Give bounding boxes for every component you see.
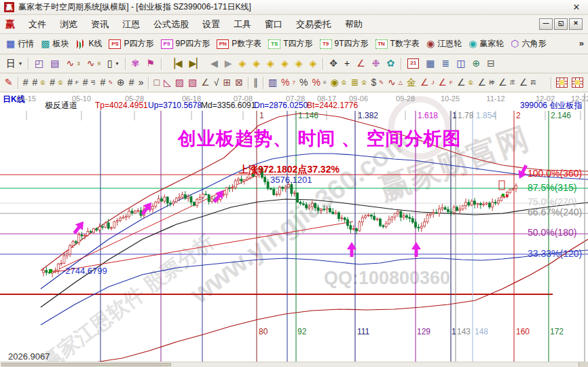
period-daily-icon: 日 xyxy=(6,58,16,69)
shen-angle-button[interactable]: ∠神 xyxy=(476,77,497,88)
chart-large-button[interactable]: ∿9 xyxy=(84,58,104,69)
last-page-button[interactable]: ▶▏ xyxy=(185,58,207,69)
window-close-button[interactable]: ✕ xyxy=(569,2,584,12)
t-square-button[interactable]: TST四方形 xyxy=(265,37,316,50)
magnet-tool-button[interactable]: ❉ xyxy=(369,58,384,69)
horizontal-scrollbar[interactable] xyxy=(0,362,588,367)
cycle-diamond-x-button[interactable]: ◈ xyxy=(278,58,292,69)
gann-grid-f-button[interactable]: #F xyxy=(65,77,81,88)
winner-wheel-button[interactable]: ◉赢家轮 xyxy=(465,37,507,50)
pattern-tool-button[interactable]: ✾ xyxy=(128,58,143,69)
p-square-button[interactable]: PSP四方形 xyxy=(105,37,157,50)
sectors-button[interactable]: ▩板块 xyxy=(37,37,72,50)
pct-lines-button[interactable]: %≡ xyxy=(310,77,328,88)
grid-box-2-button[interactable]: ⊠ xyxy=(233,77,245,88)
gann-box-yellow-1-button[interactable] xyxy=(554,77,570,88)
prev-bar-button[interactable]: ◀ xyxy=(207,58,221,69)
first-page-button[interactable]: ▕◀ xyxy=(164,58,186,69)
gann-pen-grid-button[interactable]: #✎ xyxy=(98,77,115,88)
gold-circle-button[interactable]: ◉金 xyxy=(329,77,349,88)
menu-10[interactable]: 帮助 xyxy=(338,16,369,33)
menu-5[interactable]: 公式选股 xyxy=(147,16,196,33)
cycle-diamond-left-icon: ◈ xyxy=(239,58,246,69)
si-angle-button[interactable]: ∠四 xyxy=(517,77,538,88)
price-table-button[interactable]: ▥ xyxy=(266,77,279,88)
chart-small-button[interactable]: ∿3 xyxy=(62,58,83,69)
period-daily-button[interactable]: 日▾ xyxy=(3,58,25,69)
gann-grid-gold-1-button[interactable]: #金 xyxy=(31,77,48,88)
gann-grid-gold-2-button[interactable]: #金 xyxy=(48,77,65,88)
menu-2[interactable]: 浏览 xyxy=(53,16,84,33)
more-gann-tools-button[interactable]: » xyxy=(136,77,146,88)
calculator-button[interactable]: ▦ xyxy=(422,58,438,69)
menu-9[interactable]: 交易委托 xyxy=(289,16,338,33)
rect-tool-button[interactable]: □ xyxy=(151,77,161,88)
color-flag-button[interactable]: ⚑ xyxy=(143,58,158,69)
menu-1[interactable]: 文件 xyxy=(22,16,53,33)
f-angle-button[interactable]: ∠F xyxy=(437,77,455,88)
gold-segment-button[interactable]: 金 xyxy=(405,77,418,88)
zhuang-angle-button[interactable]: ∠庄 xyxy=(496,77,517,88)
menu-8[interactable]: 窗口 xyxy=(258,16,289,33)
menu-7[interactable]: 工具 xyxy=(227,16,258,33)
grid-box-1-button[interactable]: ⊞ xyxy=(221,77,233,88)
wave-search-button[interactable]: ✿ xyxy=(383,58,398,69)
gann-grid-plain-button[interactable]: # xyxy=(127,77,136,88)
gold-angle-button[interactable]: ∠金 xyxy=(455,77,476,88)
notepad-button[interactable]: ≣ xyxy=(438,58,453,69)
fib-level-label: 100.0%(360) xyxy=(528,169,582,179)
mdi-restore-button[interactable]: ◱ xyxy=(554,18,568,30)
cycle-diamond-h-button[interactable]: ◈ xyxy=(263,58,278,69)
gann-circle-grid-button[interactable]: ⊕ xyxy=(115,77,127,88)
fan-box-2-button[interactable]: ▧ xyxy=(186,77,199,88)
wave-triangle-button[interactable]: ∿△ xyxy=(386,77,405,88)
mdi-minimize-button[interactable]: — xyxy=(539,18,553,30)
menu-3[interactable]: 资讯 xyxy=(84,16,115,33)
menu-4[interactable]: 江恩 xyxy=(115,16,147,33)
9t-square-button[interactable]: T99T四方形 xyxy=(316,37,372,50)
9p-square-button[interactable]: P99P四方形 xyxy=(158,37,214,50)
gann-box-yellow-2-button[interactable] xyxy=(570,77,585,88)
gold-lines-button[interactable]: ≣金 xyxy=(349,77,369,88)
next-bar-button[interactable]: ▶ xyxy=(221,58,236,69)
candle-style-button[interactable]: ▯▾ xyxy=(104,58,122,69)
t-number-table-button[interactable]: TNT数字表 xyxy=(372,37,423,50)
print-button[interactable]: ⊟ xyxy=(483,58,498,69)
save-button[interactable]: ◫ xyxy=(453,58,468,69)
hexagon-button[interactable]: ⬡六角形 xyxy=(507,37,549,50)
j-angle-button[interactable]: ∠J xyxy=(418,77,437,88)
fan-lines-button[interactable]: ◺ xyxy=(162,77,173,88)
cycle-diamond-all-button[interactable]: ◈ xyxy=(306,58,320,69)
toolbar-overflow-chevron[interactable]: » xyxy=(579,38,584,48)
pan-hand-button[interactable]: ✥ xyxy=(326,58,341,69)
draw-pen-button[interactable]: ✎ xyxy=(3,77,15,88)
calendar-button[interactable]: 21 xyxy=(404,58,422,69)
crosshair-button[interactable]: + xyxy=(341,58,353,69)
percent-button[interactable]: % xyxy=(297,77,310,88)
gann-grid-button[interactable]: # xyxy=(21,77,31,88)
cycle-diamond-left-button[interactable]: ◈ xyxy=(236,58,250,69)
export-button[interactable]: ⊕ xyxy=(468,58,483,69)
gann-pen-grid-icon: # xyxy=(100,77,106,88)
angle-lines-button[interactable]: ∠ xyxy=(199,77,212,88)
mdi-close-button[interactable]: ✕ xyxy=(569,18,583,30)
f10-info-button[interactable]: ▤ xyxy=(47,58,62,69)
check-wave-button[interactable]: √ xyxy=(212,77,221,88)
gann-grid-gong-button[interactable]: #弓 xyxy=(81,77,98,88)
t-number-table-icon: TN xyxy=(375,39,388,49)
angle-measure-button[interactable]: ∠ xyxy=(353,58,369,69)
quotes-button[interactable]: ▦行情 xyxy=(3,37,37,50)
fan-box-1-button[interactable]: ▨ xyxy=(173,77,186,88)
gann-wheel-button[interactable]: ◉江恩轮 xyxy=(423,37,465,50)
price-pen-button[interactable]: $✎ xyxy=(369,77,386,88)
zone-view-button[interactable]: ◰ xyxy=(31,58,47,69)
scrollbar-thumb[interactable] xyxy=(1,363,171,366)
kline-button[interactable]: K线 xyxy=(72,37,105,50)
save-icon: ◫ xyxy=(456,58,465,69)
p-number-table-button[interactable]: PNP数字表 xyxy=(213,37,265,50)
menu-6[interactable]: 设置 xyxy=(196,16,227,33)
cycle-diamond-right-button[interactable]: ◈ xyxy=(249,58,263,69)
parallel-lines-button[interactable]: ∥ xyxy=(251,77,260,88)
cycle-diamond-v-button[interactable]: ◈ xyxy=(292,58,306,69)
pct-cross-button[interactable]: %7 xyxy=(279,77,297,88)
